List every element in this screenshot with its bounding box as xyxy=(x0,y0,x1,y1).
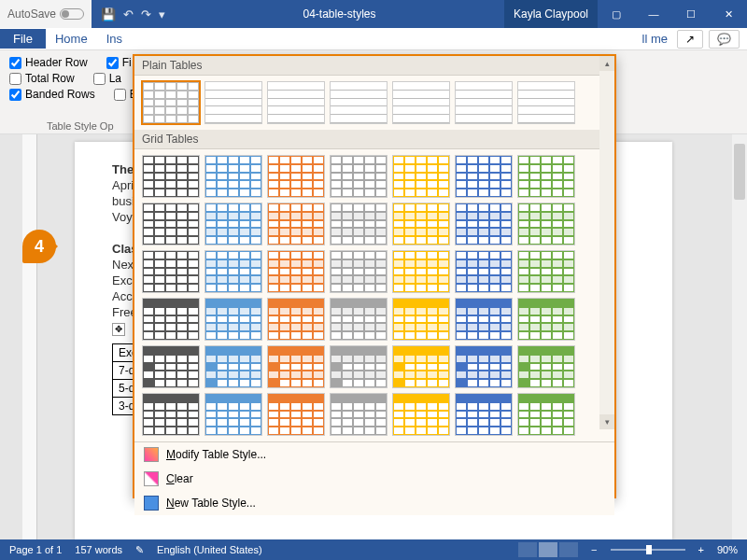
autosave-toggle[interactable]: AutoSave xyxy=(0,0,92,28)
tab-file[interactable]: File xyxy=(0,29,46,49)
checkbox-total-row[interactable]: Total Row xyxy=(9,72,75,85)
ribbon-tabs: File Home Ins ll me ↗ 💬 xyxy=(0,28,747,50)
menu-clear[interactable]: Clear xyxy=(134,467,614,491)
table-style-thumbnail[interactable] xyxy=(330,250,388,293)
table-style-thumbnail[interactable] xyxy=(142,393,200,436)
comments-button[interactable]: 💬 xyxy=(709,30,740,49)
plain-tables-row xyxy=(134,76,614,130)
language-indicator[interactable]: English (United States) xyxy=(157,544,262,555)
proofing-icon[interactable]: ✎ xyxy=(135,544,144,556)
document-title: 04-table-styles xyxy=(175,7,504,21)
menu-modify-table-style[interactable]: Modify Table Style... xyxy=(134,442,614,467)
web-layout-icon[interactable] xyxy=(559,542,578,557)
zoom-in-icon[interactable]: + xyxy=(698,544,704,555)
table-style-thumbnail[interactable] xyxy=(392,81,450,124)
table-style-thumbnail[interactable] xyxy=(267,203,325,245)
menu-new-table-style[interactable]: New Table Style... xyxy=(134,491,614,515)
table-style-thumbnail[interactable] xyxy=(517,345,575,388)
table-style-thumbnail[interactable] xyxy=(455,81,513,124)
table-style-thumbnail[interactable] xyxy=(142,203,200,245)
table-style-thumbnail[interactable] xyxy=(204,298,262,341)
user-name[interactable]: Kayla Claypool xyxy=(504,0,598,28)
minimize-icon[interactable]: — xyxy=(635,0,672,28)
scroll-up-icon[interactable]: ▴ xyxy=(599,56,614,71)
table-style-thumbnail[interactable] xyxy=(517,81,575,124)
grid-tables-grid xyxy=(134,149,614,441)
table-style-thumbnail[interactable] xyxy=(330,345,388,388)
undo-icon[interactable]: ↶ xyxy=(123,7,134,21)
table-style-thumbnail[interactable] xyxy=(267,81,325,124)
table-style-thumbnail[interactable] xyxy=(267,345,325,388)
table-style-thumbnail[interactable] xyxy=(204,345,262,388)
table-style-thumbnail[interactable] xyxy=(142,298,200,341)
table-style-thumbnail[interactable] xyxy=(517,203,575,245)
table-style-thumbnail[interactable] xyxy=(142,81,200,124)
table-style-thumbnail[interactable] xyxy=(455,393,513,436)
print-layout-icon[interactable] xyxy=(539,542,557,557)
maximize-icon[interactable]: ☐ xyxy=(672,0,710,28)
gallery-scrollbar[interactable]: ▴ ▾ xyxy=(599,56,614,429)
table-style-thumbnail[interactable] xyxy=(142,250,200,293)
autosave-label: AutoSave xyxy=(7,7,56,21)
tab-home[interactable]: Home xyxy=(46,32,97,46)
table-style-thumbnail[interactable] xyxy=(330,203,388,245)
table-style-thumbnail[interactable] xyxy=(204,155,262,198)
table-style-thumbnail[interactable] xyxy=(204,81,262,124)
gallery-menu: Modify Table Style... Clear New Table St… xyxy=(134,441,614,515)
table-style-thumbnail[interactable] xyxy=(392,250,450,293)
tab-tell-me[interactable]: ll me xyxy=(633,32,677,46)
table-style-thumbnail[interactable] xyxy=(267,250,325,293)
scroll-down-icon[interactable]: ▾ xyxy=(599,414,614,429)
checkbox-last-column[interactable]: La xyxy=(93,72,121,85)
close-icon[interactable]: ✕ xyxy=(710,0,747,28)
table-move-handle-icon[interactable]: ✥ xyxy=(112,323,125,336)
read-mode-icon[interactable] xyxy=(518,542,537,557)
table-style-thumbnail[interactable] xyxy=(392,345,450,388)
page-indicator[interactable]: Page 1 of 1 xyxy=(9,544,62,555)
table-style-thumbnail[interactable] xyxy=(517,155,575,198)
table-style-thumbnail[interactable] xyxy=(392,155,450,198)
table-style-thumbnail[interactable] xyxy=(455,298,513,341)
checkbox-first-column[interactable]: Fi xyxy=(106,56,132,69)
title-bar: AutoSave 💾 ↶ ↷ ▾ 04-table-styles Kayla C… xyxy=(0,0,747,28)
table-style-thumbnail[interactable] xyxy=(455,155,513,198)
table-style-thumbnail[interactable] xyxy=(330,155,388,198)
table-style-thumbnail[interactable] xyxy=(392,393,450,436)
table-style-thumbnail[interactable] xyxy=(455,250,513,293)
save-icon[interactable]: 💾 xyxy=(101,7,116,21)
table-style-thumbnail[interactable] xyxy=(330,81,388,124)
word-count[interactable]: 157 words xyxy=(75,544,122,555)
table-style-thumbnail[interactable] xyxy=(455,345,513,388)
table-style-thumbnail[interactable] xyxy=(267,155,325,198)
table-style-thumbnail[interactable] xyxy=(267,298,325,341)
checkbox-header-row[interactable]: Header Row xyxy=(9,56,88,69)
table-style-thumbnail[interactable] xyxy=(455,203,513,245)
group-label: Table Style Op xyxy=(47,120,114,132)
table-style-thumbnail[interactable] xyxy=(267,393,325,436)
share-button[interactable]: ↗ xyxy=(677,30,703,49)
table-style-thumbnail[interactable] xyxy=(204,250,262,293)
zoom-level[interactable]: 90% xyxy=(717,544,738,555)
table-style-thumbnail[interactable] xyxy=(392,203,450,245)
gallery-section-plain: Plain Tables xyxy=(134,56,614,76)
window-controls: ▢ — ☐ ✕ xyxy=(598,0,747,28)
table-style-thumbnail[interactable] xyxy=(204,203,262,245)
vertical-scrollbar[interactable] xyxy=(732,134,747,539)
table-style-thumbnail[interactable] xyxy=(517,250,575,293)
tab-insert[interactable]: Ins xyxy=(97,32,132,46)
customize-qat-icon[interactable]: ▾ xyxy=(159,7,165,21)
checkbox-banded-rows[interactable]: Banded Rows xyxy=(9,88,95,101)
zoom-out-icon[interactable]: − xyxy=(591,544,597,555)
table-style-thumbnail[interactable] xyxy=(517,298,575,341)
ribbon-display-icon[interactable]: ▢ xyxy=(598,0,635,28)
table-style-thumbnail[interactable] xyxy=(330,393,388,436)
table-style-thumbnail[interactable] xyxy=(204,393,262,436)
table-style-thumbnail[interactable] xyxy=(517,393,575,436)
scrollbar-thumb[interactable] xyxy=(734,144,745,200)
redo-icon[interactable]: ↷ xyxy=(141,7,151,21)
table-style-thumbnail[interactable] xyxy=(392,298,450,341)
table-style-thumbnail[interactable] xyxy=(142,155,200,198)
table-style-thumbnail[interactable] xyxy=(142,345,200,388)
zoom-slider[interactable] xyxy=(611,549,685,551)
table-style-thumbnail[interactable] xyxy=(330,298,388,341)
